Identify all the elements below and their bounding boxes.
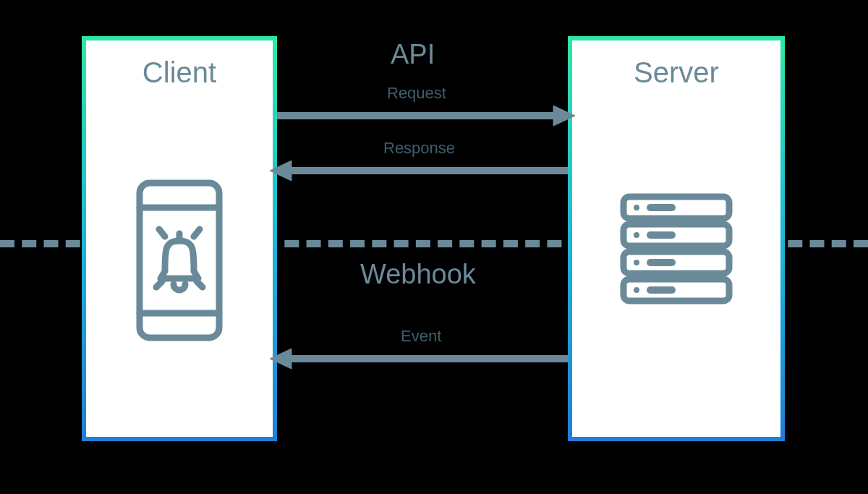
svg-rect-16 xyxy=(647,204,676,211)
event-arrow-label: Event xyxy=(401,327,441,346)
svg-point-15 xyxy=(634,287,639,293)
client-title: Client xyxy=(86,56,273,89)
api-section-label: API xyxy=(391,39,435,70)
svg-marker-25 xyxy=(270,349,292,369)
phone-bell-icon xyxy=(82,145,277,376)
svg-line-4 xyxy=(159,229,165,237)
response-arrow-label: Response xyxy=(383,139,455,158)
event-arrow xyxy=(270,346,568,372)
svg-line-5 xyxy=(194,229,200,237)
svg-point-12 xyxy=(634,205,639,210)
request-arrow-label: Request xyxy=(387,84,446,103)
server-box: Server xyxy=(568,36,785,441)
request-arrow xyxy=(277,103,575,129)
response-arrow xyxy=(270,158,568,184)
svg-marker-23 xyxy=(270,161,292,181)
server-title: Server xyxy=(572,56,780,89)
svg-marker-21 xyxy=(553,106,575,126)
svg-rect-19 xyxy=(647,286,676,294)
webhook-section-label: Webhook xyxy=(360,259,476,290)
svg-line-6 xyxy=(156,281,162,287)
svg-rect-17 xyxy=(647,231,676,239)
svg-line-7 xyxy=(197,281,203,287)
svg-rect-18 xyxy=(647,259,676,266)
svg-point-13 xyxy=(634,232,639,238)
server-rack-icon xyxy=(568,137,785,362)
svg-point-14 xyxy=(634,260,639,265)
client-box: Client xyxy=(82,36,277,441)
